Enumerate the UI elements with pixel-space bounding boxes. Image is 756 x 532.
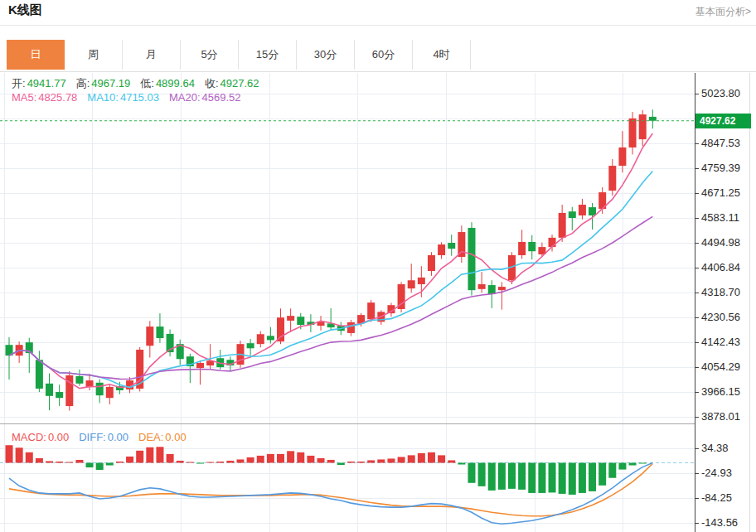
y-axis-label: 4671.25	[701, 186, 749, 200]
axis-tick	[695, 448, 699, 449]
chart-top-border	[0, 71, 756, 72]
axis-tick	[695, 193, 699, 194]
y-axis-label: 4054.29	[701, 360, 749, 374]
y-axis-label: 34.38	[701, 442, 749, 455]
tab-60分[interactable]: 60分	[355, 40, 413, 70]
main-grid	[0, 73, 695, 423]
tab-月[interactable]: 月	[123, 40, 181, 70]
axis-tick	[695, 367, 699, 368]
fundamental-analysis-link[interactable]: 基本面分析>	[695, 5, 751, 19]
tab-周[interactable]: 周	[65, 40, 123, 70]
tab-5分[interactable]: 5分	[181, 40, 239, 70]
y-axis-label: -84.25	[701, 491, 749, 505]
y-axis-label: 3966.15	[701, 385, 749, 399]
legend-item: DEA:0.00	[138, 431, 187, 443]
y-axis-label: 4230.56	[701, 311, 749, 324]
axis-tick	[695, 498, 699, 499]
y-axis-label: 5023.80	[701, 87, 749, 100]
ma-legend: MA5:4825.78MA10:4715.03MA20:4569.52	[12, 91, 241, 104]
title-divider	[0, 25, 756, 26]
axis-tick	[695, 168, 699, 169]
y-axis-label: 3878.01	[701, 410, 749, 423]
axis-tick	[695, 268, 699, 268]
legend-item: DIFF:0.00	[79, 431, 128, 443]
axis-tick	[695, 293, 699, 293]
axis-tick	[695, 143, 699, 144]
current-price-badge: 4927.62	[695, 114, 751, 128]
tab-30分[interactable]: 30分	[297, 40, 355, 70]
dea-line	[9, 464, 652, 516]
tab-15分[interactable]: 15分	[239, 40, 297, 70]
y-axis-label: 4494.98	[701, 236, 749, 249]
ma20-line	[9, 216, 652, 379]
kline-app: K线图 基本面分析> 日周月5分15分30分60分4时 开:4941.77高:4…	[0, 0, 756, 532]
axis-tick	[695, 392, 699, 393]
y-axis-label: 4847.53	[701, 137, 749, 150]
interval-tabs: 日周月5分15分30分60分4时	[7, 40, 471, 70]
axis-tick	[695, 417, 699, 418]
legend-item: MA5:4825.78	[12, 91, 77, 104]
y-axis-label: -143.56	[701, 516, 749, 530]
axis-tick	[695, 317, 699, 318]
page-title: K线图	[8, 2, 42, 18]
tab-4时[interactable]: 4时	[413, 40, 471, 70]
axis-tick	[695, 218, 699, 219]
axis-tick	[695, 94, 699, 94]
chart-right-border	[749, 73, 750, 532]
macd-legend: MACD:0.00DIFF:0.00DEA:0.00	[12, 431, 187, 443]
legend-item: 收:4927.62	[205, 76, 259, 91]
macd-histogram	[6, 445, 647, 495]
axis-tick	[695, 473, 699, 474]
ohlc-legend: 开:4941.77高:4967.19低:4899.64收:4927.62	[12, 76, 259, 91]
ma10-line	[9, 171, 652, 387]
legend-item: MA20:4569.52	[169, 91, 241, 104]
y-axis-label: -24.93	[701, 467, 749, 480]
y-axis-label: 4406.84	[701, 261, 749, 274]
y-axis-label: 4583.11	[701, 211, 749, 225]
legend-item: 高:4967.19	[76, 76, 131, 91]
axis-tick	[695, 243, 699, 244]
legend-item: MA10:4715.03	[87, 91, 159, 104]
y-axis-label: 4318.70	[701, 286, 749, 299]
candlestick-chart[interactable]	[0, 73, 695, 423]
legend-item: 开:4941.77	[12, 76, 66, 91]
diff-line	[9, 463, 652, 525]
legend-item: 低:4899.64	[140, 76, 195, 91]
y-axis-line	[695, 73, 695, 532]
y-axis-label: 4142.43	[701, 336, 749, 349]
legend-item: MACD:0.00	[12, 431, 69, 443]
tab-日[interactable]: 日	[7, 40, 65, 70]
axis-tick	[695, 523, 699, 524]
y-axis-label: 4759.39	[701, 162, 749, 175]
axis-tick	[695, 342, 699, 343]
